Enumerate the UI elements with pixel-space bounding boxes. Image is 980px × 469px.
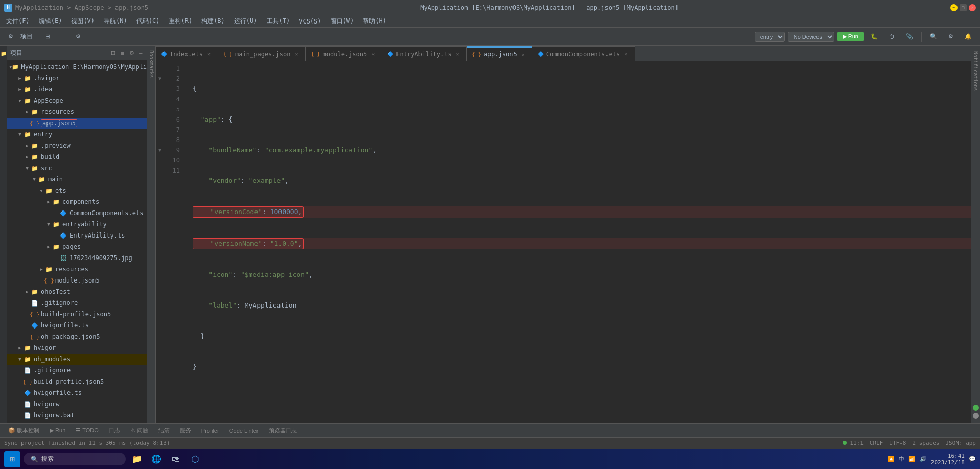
tree-item-hvigorfile2[interactable]: ▶ 🔷 hvigorfile.ts	[7, 387, 147, 398]
device-select[interactable]: No Devices	[788, 32, 834, 42]
tree-item-hvigorfile[interactable]: ▶ 🔷 hvigorfile.ts	[7, 320, 147, 331]
toolbar-icon-2[interactable]: ≡	[57, 32, 68, 41]
tree-item-preview[interactable]: ▶ 📁 .preview	[7, 140, 147, 151]
settings-icon-btn[interactable]: ⚙	[4, 32, 17, 41]
tab-appjson5[interactable]: { } app.json5 ✕	[467, 46, 532, 61]
tab-commoncomp[interactable]: 🔷 CommonComponents.ets ✕	[532, 46, 636, 61]
tree-item-localprops[interactable]: ▶ 📄 local.properties	[7, 421, 147, 423]
tree-item-main[interactable]: ▼ 📁 main	[7, 174, 147, 185]
tree-item-appscope[interactable]: ▼ 📁 AppScope	[7, 95, 147, 106]
file-tree[interactable]: ▼ 📁 MyApplication E:\HarmonyOS\MyApplica…	[7, 60, 147, 423]
menu-tools[interactable]: 工具(T)	[263, 16, 294, 27]
panel-close-btn[interactable]: −	[138, 50, 144, 57]
tree-item-entryability[interactable]: ▼ 📁 entryability	[7, 219, 147, 230]
tree-item-entry[interactable]: ▼ 📁 entry	[7, 129, 147, 140]
menu-file[interactable]: 文件(F)	[2, 16, 34, 27]
tray-lang[interactable]: 中	[899, 455, 904, 463]
tree-item-hvigor[interactable]: ▶ 📁 .hvigor	[7, 73, 147, 84]
panel-view-btn[interactable]: ⊞	[109, 49, 117, 57]
tree-item-commoncomp[interactable]: ▶ 🔷 CommonComponents.ets	[7, 207, 147, 219]
tab-close-index[interactable]: ✕	[205, 51, 213, 58]
services-btn[interactable]: 服务	[176, 426, 195, 435]
tab-close-module[interactable]: ✕	[369, 51, 377, 58]
menu-build[interactable]: 构建(B)	[197, 16, 229, 27]
tree-item-resources2[interactable]: ▶ 📁 resources	[7, 264, 147, 275]
settings-toolbar-btn[interactable]: ⚙	[944, 32, 958, 41]
tree-item-buildprofile2[interactable]: ▶ { } build-profile.json5	[7, 376, 147, 387]
tab-close-main-pages[interactable]: ✕	[293, 51, 300, 58]
taskbar-search[interactable]: 🔍 搜索	[24, 453, 126, 465]
tab-module[interactable]: { } module.json5 ✕	[306, 46, 382, 61]
toolbar-icon-1[interactable]: ⊞	[41, 32, 54, 41]
tree-item-ohpackage[interactable]: ▶ { } oh-package.json5	[7, 331, 147, 342]
taskbar-app-store[interactable]: 🛍	[168, 451, 184, 467]
taskbar-app-file-explorer[interactable]: 📁	[129, 451, 145, 467]
profile-button[interactable]: ⏱	[885, 32, 899, 41]
tree-item-hvigor2[interactable]: ▶ 📁 hvigor	[7, 342, 147, 354]
tree-item-idea[interactable]: ▶ 📁 .idea	[7, 84, 147, 95]
log-btn[interactable]: 日志	[105, 426, 124, 435]
debug-button[interactable]: 🐛	[867, 32, 882, 41]
tree-item-ets[interactable]: ▼ 📁 ets	[7, 185, 147, 196]
notification-toolbar-btn[interactable]: 🔔	[961, 32, 976, 41]
menu-code[interactable]: 代码(C)	[132, 16, 164, 27]
attach-button[interactable]: 📎	[902, 32, 917, 41]
problems-btn[interactable]: ⚠ 问题	[126, 426, 152, 435]
notifications-label[interactable]: Notifications	[972, 48, 979, 94]
menu-refactor[interactable]: 重构(R)	[165, 16, 196, 27]
run-button[interactable]: ▶ Run	[837, 32, 864, 41]
tab-entryability[interactable]: 🔷 EntryAbility.ts ✕	[382, 46, 466, 61]
run-btn-bottom[interactable]: ▶ Run	[45, 426, 69, 435]
tree-item-components[interactable]: ▶ 📁 components	[7, 196, 147, 207]
tab-index[interactable]: 🔷 Index.ets ✕	[156, 46, 218, 61]
maximize-button[interactable]: □	[960, 4, 967, 11]
tree-root[interactable]: ▼ 📁 MyApplication E:\HarmonyOS\MyApplica…	[7, 61, 147, 73]
tree-item-img[interactable]: ▶ 🖼 1702344909275.jpg	[7, 252, 147, 264]
search-toolbar-btn[interactable]: 🔍	[926, 32, 941, 41]
tree-item-resources[interactable]: ▶ 📁 resources	[7, 106, 147, 118]
preview-log-btn[interactable]: 预览器日志	[265, 426, 301, 435]
code-editor[interactable]: { "app": { "bundleName": "com.example.my…	[184, 61, 971, 423]
tree-item-modulejson5[interactable]: ▶ { } module.json5	[7, 275, 147, 286]
windows-start-btn[interactable]: ⊞	[4, 451, 20, 467]
todo-btn[interactable]: ☰ TODO	[72, 426, 102, 435]
tab-main-pages[interactable]: { } main_pages.json ✕	[218, 46, 306, 61]
tree-item-src[interactable]: ▼ 📁 src	[7, 162, 147, 174]
entry-select[interactable]: entry	[755, 32, 785, 42]
taskbar-app-harmonyos[interactable]: ⬡	[187, 451, 203, 467]
menu-vcs[interactable]: VCS(S)	[295, 17, 325, 26]
close-button[interactable]: ✕	[969, 4, 976, 11]
tree-item-gitignore[interactable]: ▶ 📄 .gitignore	[7, 297, 147, 309]
panel-sort-btn[interactable]: ≡	[119, 50, 125, 57]
tab-close-commoncomp[interactable]: ✕	[622, 51, 629, 58]
tree-item-ohmodules[interactable]: ▼ 📁 oh_modules	[7, 354, 147, 365]
tree-item-buildprofile[interactable]: ▶ { } build-profile.json5	[7, 309, 147, 320]
terminal-btn[interactable]: 结清	[154, 426, 174, 435]
tab-close-appjson5[interactable]: ✕	[520, 51, 527, 58]
tree-item-hvigorw[interactable]: ▶ 📄 hvigorw	[7, 398, 147, 410]
menu-window[interactable]: 窗口(W)	[326, 16, 358, 27]
toolbar-icon-4[interactable]: −	[88, 32, 99, 41]
tab-close-entryability[interactable]: ✕	[454, 51, 461, 58]
menu-help[interactable]: 帮助(H)	[359, 16, 390, 27]
tree-item-build[interactable]: ▶ 📁 build	[7, 151, 147, 162]
tree-item-entryability-ts[interactable]: ▶ 🔷 EntryAbility.ts	[7, 230, 147, 241]
menu-view[interactable]: 视图(V)	[67, 16, 99, 27]
minimize-button[interactable]: −	[950, 4, 958, 11]
menu-nav[interactable]: 导航(N)	[100, 16, 131, 27]
linter-btn[interactable]: Code Linter	[225, 427, 263, 435]
toolbar-icon-3[interactable]: ⚙	[72, 32, 85, 41]
profiler-btn[interactable]: Profiler	[197, 427, 223, 435]
project-tab-icon[interactable]: 📁	[0, 48, 7, 58]
tree-item-ohostest[interactable]: ▶ 📁 ohosTest	[7, 286, 147, 297]
tree-item-hvigorwbat[interactable]: ▶ 📄 hvigorw.bat	[7, 410, 147, 421]
tree-item-appjson5[interactable]: ▶ { } app.json5	[7, 118, 147, 129]
tree-item-pages[interactable]: ▶ 📁 pages	[7, 241, 147, 252]
menu-edit[interactable]: 编辑(E)	[35, 16, 66, 27]
panel-settings-btn[interactable]: ⚙	[128, 49, 136, 57]
version-control-btn[interactable]: 📦 版本控制	[4, 426, 43, 435]
menu-run[interactable]: 运行(U)	[230, 16, 262, 27]
tree-item-gitignore2[interactable]: ▶ 📄 .gitignore	[7, 365, 147, 376]
bookmarks-label[interactable]: Bookmarks	[148, 46, 155, 82]
taskbar-app-edge[interactable]: 🌐	[148, 451, 165, 467]
